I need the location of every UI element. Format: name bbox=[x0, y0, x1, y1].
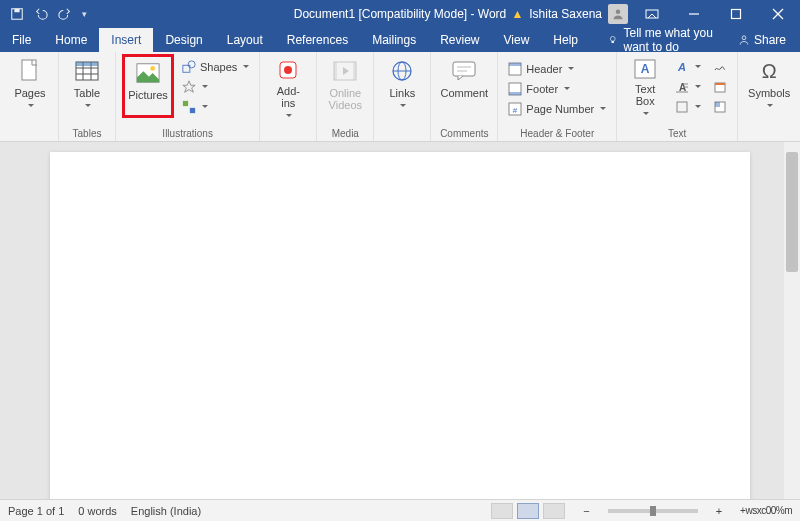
wordart-button[interactable]: A bbox=[671, 58, 705, 76]
tab-help[interactable]: Help bbox=[541, 28, 590, 52]
svg-rect-40 bbox=[509, 92, 521, 95]
word-count[interactable]: 0 words bbox=[78, 505, 117, 517]
svg-point-26 bbox=[284, 66, 292, 74]
tab-insert[interactable]: Insert bbox=[99, 28, 153, 52]
group-media-label: Media bbox=[332, 126, 359, 141]
text-box-button[interactable]: A Text Box bbox=[623, 54, 667, 118]
addins-button[interactable]: Add- ins bbox=[266, 54, 310, 118]
quick-parts-button[interactable] bbox=[709, 98, 731, 116]
datetime-icon bbox=[713, 80, 727, 94]
group-tables: Table Tables bbox=[59, 52, 116, 141]
zoom-slider[interactable] bbox=[608, 509, 698, 513]
ribbon-display-button[interactable] bbox=[634, 0, 670, 28]
save-icon[interactable] bbox=[10, 7, 24, 21]
header-icon bbox=[508, 62, 522, 76]
page-indicator[interactable]: Page 1 of 1 bbox=[8, 505, 64, 517]
group-header-footer-label: Header & Footer bbox=[520, 126, 594, 141]
smartart-button[interactable] bbox=[178, 98, 253, 116]
ribbon: Pages Table Tables Pictures Shapes bbox=[0, 52, 800, 142]
tell-me-search[interactable]: Tell me what you want to do bbox=[590, 28, 724, 52]
document-area bbox=[0, 142, 800, 499]
undo-icon[interactable] bbox=[34, 7, 48, 21]
tab-file[interactable]: File bbox=[0, 28, 43, 52]
page-icon bbox=[18, 59, 42, 83]
minimize-button[interactable] bbox=[676, 0, 712, 28]
online-videos-button: Online Videos bbox=[323, 54, 367, 118]
document-page[interactable] bbox=[50, 152, 750, 499]
dropcap-button[interactable]: A bbox=[671, 78, 705, 96]
text-box-icon: A bbox=[633, 59, 657, 79]
table-button[interactable]: Table bbox=[65, 54, 109, 118]
shapes-button[interactable]: Shapes bbox=[178, 58, 253, 76]
quick-access-toolbar: ▾ bbox=[0, 7, 87, 21]
svg-rect-17 bbox=[76, 62, 98, 66]
comment-icon bbox=[452, 59, 476, 83]
close-button[interactable] bbox=[760, 0, 796, 28]
tab-references[interactable]: References bbox=[275, 28, 360, 52]
svg-rect-5 bbox=[732, 10, 741, 19]
signature-button[interactable] bbox=[709, 58, 731, 76]
tab-view[interactable]: View bbox=[492, 28, 542, 52]
svg-rect-50 bbox=[677, 102, 687, 112]
maximize-button[interactable] bbox=[718, 0, 754, 28]
symbols-button[interactable]: Ω Symbols bbox=[744, 54, 794, 118]
tab-layout[interactable]: Layout bbox=[215, 28, 275, 52]
datetime-button[interactable] bbox=[709, 78, 731, 96]
wordart-icon: A bbox=[675, 60, 689, 74]
page-number-icon: # bbox=[508, 102, 522, 116]
tab-home[interactable]: Home bbox=[43, 28, 99, 52]
object-button[interactable] bbox=[671, 98, 705, 116]
share-icon bbox=[738, 34, 750, 46]
svg-rect-24 bbox=[190, 108, 195, 113]
header-button[interactable]: Header bbox=[504, 60, 610, 78]
tab-review[interactable]: Review bbox=[428, 28, 491, 52]
zoom-slider-knob[interactable] bbox=[650, 506, 656, 516]
links-label: Links bbox=[389, 87, 415, 99]
document-title: Document1 [Compatibility Mode] - Word bbox=[294, 7, 507, 21]
redo-icon[interactable] bbox=[58, 7, 72, 21]
page-number-button[interactable]: # Page Number bbox=[504, 100, 610, 118]
addins-label: Add- ins bbox=[277, 85, 300, 109]
tab-design[interactable]: Design bbox=[153, 28, 214, 52]
svg-rect-29 bbox=[353, 62, 356, 80]
shapes-icon bbox=[182, 60, 196, 74]
zoom-level[interactable]: +wsxc00%m bbox=[740, 505, 792, 516]
svg-point-8 bbox=[610, 36, 615, 41]
page-number-label: Page Number bbox=[526, 103, 594, 115]
zoom-in-button[interactable]: + bbox=[712, 505, 726, 517]
group-media: Online Videos Media bbox=[317, 52, 374, 141]
user-account[interactable]: ▲ Ishita Saxena bbox=[511, 4, 628, 24]
links-button[interactable]: Links bbox=[380, 54, 424, 118]
group-comments-label: Comments bbox=[440, 126, 488, 141]
read-mode-button[interactable] bbox=[491, 503, 513, 519]
language-indicator[interactable]: English (India) bbox=[131, 505, 201, 517]
svg-rect-9 bbox=[612, 41, 614, 43]
svg-point-19 bbox=[150, 66, 155, 71]
footer-icon bbox=[508, 82, 522, 96]
group-illustrations: Pictures Shapes Illustrations bbox=[116, 52, 260, 141]
title-bar: ▾ Document1 [Compatibility Mode] - Word … bbox=[0, 0, 800, 28]
pages-button[interactable]: Pages bbox=[8, 54, 52, 118]
symbols-label: Symbols bbox=[748, 87, 790, 99]
object-icon bbox=[675, 100, 689, 114]
share-button[interactable]: Share bbox=[724, 28, 800, 52]
svg-rect-11 bbox=[22, 60, 36, 80]
web-layout-button[interactable] bbox=[543, 503, 565, 519]
signature-icon bbox=[713, 60, 727, 74]
qat-dropdown-icon[interactable]: ▾ bbox=[82, 9, 87, 19]
footer-button[interactable]: Footer bbox=[504, 80, 610, 98]
print-layout-button[interactable] bbox=[517, 503, 539, 519]
svg-rect-28 bbox=[334, 62, 337, 80]
icons-button[interactable] bbox=[178, 78, 253, 96]
text-box-label: Text Box bbox=[635, 83, 655, 107]
user-name: Ishita Saxena bbox=[529, 7, 602, 21]
scrollbar-thumb[interactable] bbox=[786, 152, 798, 272]
tab-mailings[interactable]: Mailings bbox=[360, 28, 428, 52]
svg-rect-1 bbox=[14, 9, 19, 13]
pictures-button[interactable]: Pictures bbox=[122, 54, 174, 118]
warning-icon: ▲ bbox=[511, 7, 523, 21]
zoom-out-button[interactable]: − bbox=[579, 505, 593, 517]
vertical-scrollbar[interactable] bbox=[784, 142, 800, 499]
svg-rect-52 bbox=[715, 83, 725, 85]
comment-button[interactable]: Comment bbox=[437, 54, 491, 118]
